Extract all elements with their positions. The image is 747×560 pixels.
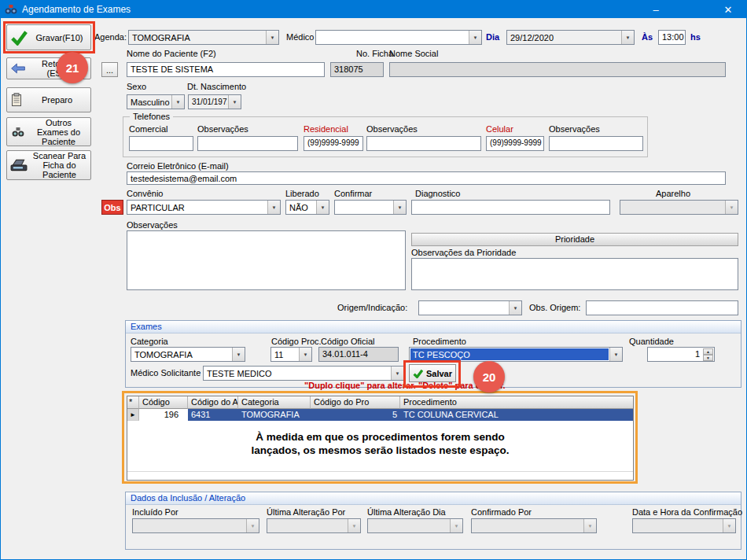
nome-social-label: Nome Social bbox=[389, 49, 438, 59]
origem-select[interactable]: ▼ bbox=[418, 300, 522, 315]
medico-select[interactable]: ▼ bbox=[315, 30, 482, 45]
salvar-button[interactable]: Salvar bbox=[409, 364, 456, 382]
grid-col-codigo[interactable]: Código bbox=[139, 396, 188, 409]
cell-codigo-proc: 5 bbox=[311, 409, 400, 421]
cell-categoria: TOMOGRAFIA bbox=[238, 409, 311, 421]
hora-input[interactable]: 13:00 bbox=[658, 30, 686, 45]
sexo-select[interactable]: Masculino ▼ bbox=[127, 94, 185, 109]
incluido-por-select: ▼ bbox=[132, 518, 259, 533]
ultima-alteracao-dia-value bbox=[369, 520, 449, 532]
dia-value: 29/12/2020 bbox=[508, 31, 620, 43]
agenda-value: TOMOGRAFIA bbox=[130, 31, 265, 43]
chevron-down-icon[interactable]: ▼ bbox=[267, 201, 280, 214]
ultima-alteracao-por-label: Última Alteração Por bbox=[267, 507, 345, 518]
data-hora-confirmacao-select: ▼ bbox=[632, 518, 736, 533]
email-label: Correio Eletrônico (E-mail) bbox=[127, 161, 229, 171]
codigo-proc-label: Código Proc. bbox=[271, 337, 322, 347]
medico-solicitante-select[interactable]: TESTE MEDICO ▼ bbox=[203, 366, 404, 381]
obs-celular-input[interactable] bbox=[549, 136, 643, 151]
spin-down-icon[interactable]: ▼ bbox=[703, 355, 713, 361]
check-icon bbox=[10, 30, 28, 46]
procedimento-select[interactable]: TC PESCOÇO ▼ bbox=[409, 347, 623, 362]
chevron-down-icon: ▼ bbox=[450, 519, 462, 532]
nascimento-select[interactable]: 31/01/1972 ▼ bbox=[188, 94, 241, 109]
grid-separator bbox=[127, 471, 633, 472]
prioridade-obs-textarea[interactable] bbox=[411, 258, 738, 290]
obs-button[interactable]: Obs bbox=[101, 200, 123, 215]
chevron-down-icon: ▼ bbox=[246, 519, 259, 532]
ultima-alteracao-dia-label: Última Alteração Dia bbox=[367, 507, 446, 518]
convenio-label: Convênio bbox=[127, 189, 163, 199]
chevron-down-icon[interactable]: ▼ bbox=[621, 31, 634, 44]
nome-paciente-input[interactable]: TESTE DE SISTEMA bbox=[127, 62, 325, 77]
aparelho-label: Aparelho bbox=[656, 189, 690, 199]
chevron-down-icon[interactable]: ▼ bbox=[316, 201, 329, 214]
email-input[interactable]: testedesistema@email.com bbox=[127, 171, 726, 185]
obs-origem-input[interactable] bbox=[586, 300, 738, 315]
chevron-down-icon[interactable]: ▼ bbox=[171, 95, 184, 109]
categoria-select[interactable]: TOMOGRAFIA ▼ bbox=[131, 347, 245, 362]
selected-row-indicator-icon: ► bbox=[127, 409, 139, 421]
chevron-down-icon[interactable]: ▼ bbox=[228, 95, 241, 109]
confirmar-label: Confirmar bbox=[334, 189, 372, 199]
categoria-label: Categoria bbox=[131, 337, 168, 347]
nome-social-field bbox=[389, 62, 726, 77]
grid-col-procedimento[interactable]: Procedimento bbox=[400, 396, 633, 409]
browse-patient-button[interactable]: ... bbox=[101, 62, 118, 77]
incluido-por-value bbox=[134, 520, 245, 532]
residencial-label: Residencial bbox=[304, 124, 348, 134]
grid-col-categoria[interactable]: Categoria bbox=[238, 396, 311, 409]
chevron-down-icon[interactable]: ▼ bbox=[266, 31, 278, 44]
salvar-label: Salvar bbox=[426, 369, 452, 378]
residencial-input[interactable]: (99)9999-9999 bbox=[304, 136, 363, 151]
scanear-button[interactable]: Scanear Para Ficha do Paciente bbox=[6, 150, 91, 180]
chevron-down-icon: ▼ bbox=[583, 519, 596, 532]
quantidade-stepper[interactable]: 1 ▲ ▼ bbox=[647, 347, 715, 362]
confirmar-select[interactable]: ▼ bbox=[334, 200, 407, 215]
liberado-select[interactable]: NÃO ▼ bbox=[285, 200, 329, 215]
observacoes-textarea[interactable] bbox=[127, 230, 406, 290]
diagnostico-label: Diagnostico bbox=[415, 189, 460, 199]
chevron-down-icon: ▼ bbox=[348, 519, 360, 532]
chevron-down-icon[interactable]: ▼ bbox=[393, 201, 406, 214]
convenio-select[interactable]: PARTICULAR ▼ bbox=[127, 200, 281, 215]
grid-note-line2: lançados, os mesmos serão listados neste… bbox=[127, 444, 634, 457]
obs-residencial-input[interactable] bbox=[366, 136, 481, 151]
preparo-button[interactable]: Preparo bbox=[6, 87, 91, 112]
agenda-select[interactable]: TOMOGRAFIA ▼ bbox=[128, 30, 279, 45]
observacoes-label: Observações bbox=[366, 124, 418, 134]
chevron-down-icon[interactable]: ▼ bbox=[391, 367, 403, 380]
table-row[interactable]: ► 196 6431 TOMOGRAFIA 5 TC COLUNA CERVIC… bbox=[127, 409, 633, 421]
prioridade-obs-label: Observações da Prioridade bbox=[411, 248, 516, 258]
clipboard-icon bbox=[10, 92, 23, 108]
grid-indicator-header: * bbox=[127, 396, 139, 409]
ficha-field: 318075 bbox=[330, 62, 384, 77]
chevron-down-icon[interactable]: ▼ bbox=[469, 31, 481, 44]
chevron-down-icon[interactable]: ▼ bbox=[232, 348, 245, 361]
codigo-proc-select[interactable]: 11 ▼ bbox=[270, 347, 312, 362]
chevron-down-icon: ▼ bbox=[725, 201, 738, 214]
minimize-button[interactable]: – bbox=[638, 1, 674, 18]
dia-select[interactable]: 29/12/2020 ▼ bbox=[506, 30, 635, 45]
gravar-button[interactable]: Gravar(F10) bbox=[6, 24, 91, 50]
grid-col-codigo-proc[interactable]: Código do Pro bbox=[311, 396, 400, 409]
scanner-icon bbox=[10, 158, 28, 172]
grid-col-codigo-agendamento[interactable]: Código do A bbox=[188, 396, 238, 409]
nascimento-value: 31/01/1972 bbox=[190, 96, 227, 108]
diagnostico-input[interactable] bbox=[411, 200, 610, 215]
dia-label: Dia bbox=[486, 32, 499, 42]
chevron-down-icon[interactable]: ▼ bbox=[609, 348, 622, 361]
spin-up-icon[interactable]: ▲ bbox=[703, 348, 713, 355]
agendamento-window: Agendamento de Exames – ✕ Gravar(F10) Re… bbox=[0, 0, 747, 560]
quantidade-spin[interactable]: ▲ ▼ bbox=[703, 348, 713, 360]
sexo-label: Sexo bbox=[127, 82, 146, 92]
obs-comercial-input[interactable] bbox=[197, 136, 298, 151]
chevron-down-icon[interactable]: ▼ bbox=[299, 348, 311, 361]
comercial-input[interactable] bbox=[129, 136, 193, 151]
close-button[interactable]: ✕ bbox=[710, 1, 746, 18]
celular-input[interactable]: (99)9999-9999 bbox=[486, 136, 544, 151]
binoculars-icon bbox=[10, 126, 26, 138]
chevron-down-icon[interactable]: ▼ bbox=[509, 301, 521, 315]
outros-exames-button[interactable]: Outros Exames do Paciente bbox=[6, 117, 91, 146]
origem-label: Origem/Indicação: bbox=[337, 303, 407, 313]
